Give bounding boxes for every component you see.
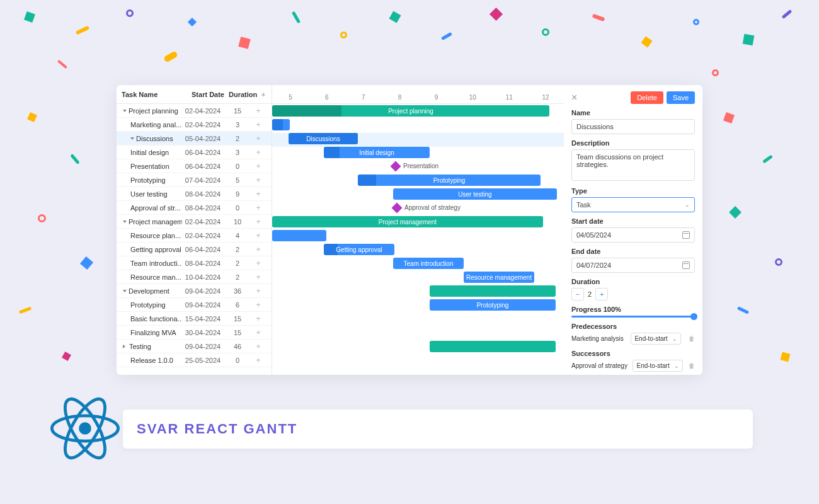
progress-slider[interactable] [571,316,695,318]
task-row[interactable]: Project management02-04-202410+ [117,215,272,229]
timeline-header: 56789101112 [272,85,564,104]
task-date-cell: 02-04-2024 [182,121,224,129]
task-date-cell: 08-04-2024 [182,204,224,212]
add-subtask-button[interactable]: + [251,120,265,129]
task-dur-cell: 4 [224,232,251,239]
task-bar[interactable]: Prototyping [430,299,556,311]
add-subtask-button[interactable]: + [251,300,265,309]
task-row[interactable]: Team introducti...08-04-20242+ [117,256,272,270]
add-subtask-button[interactable]: + [251,341,265,351]
task-bar[interactable]: Team introduction [393,258,464,269]
caret-right-icon [123,345,127,348]
task-bar[interactable]: Discussions [289,133,358,144]
task-date-cell: 06-04-2024 [182,246,224,253]
task-name-cell: Testing [117,343,182,350]
add-subtask-button[interactable]: + [251,217,265,226]
add-subtask-button[interactable]: + [251,258,265,268]
grid-header: Task Name Start Date Duration + [117,85,272,104]
duration-minus[interactable]: − [571,288,584,301]
task-name-cell: Marketing anal... [117,121,182,129]
edit-panel: × Delete Save Name Description Team disc… [564,85,702,375]
add-subtask-button[interactable]: + [251,189,265,198]
add-subtask-button[interactable]: + [251,134,265,143]
milestone[interactable] [391,161,401,172]
task-row[interactable]: Project planning02-04-202415+ [117,104,272,118]
caret-down-icon [123,220,127,223]
task-bar[interactable]: Project planning [272,105,549,117]
task-dur-cell: 6 [224,301,251,309]
start-date-input[interactable]: 04/05/2024 [571,227,695,243]
task-row[interactable]: Finalizing MVA30-04-202415+ [117,326,272,340]
task-row[interactable]: Getting approval06-04-20242+ [117,243,272,256]
caret-down-icon [123,110,127,112]
predecessor-type-select[interactable]: End-to-start⌄ [631,333,681,345]
save-button[interactable]: Save [667,91,695,104]
description-input[interactable]: Team discussions on project strategies. [571,149,695,181]
add-subtask-button[interactable]: + [251,244,265,254]
trash-icon[interactable]: 🗑 [689,335,695,342]
type-select[interactable]: Task ⌄ [571,197,695,212]
add-subtask-button[interactable]: + [251,328,265,337]
task-row[interactable]: Testing09-04-202446+ [117,340,272,353]
task-name-cell: Basic functiona... [117,315,182,323]
task-row[interactable]: Presentation06-04-20240+ [117,159,272,173]
add-subtask-button[interactable]: + [251,231,265,240]
gantt-app: Task Name Start Date Duration + Project … [117,85,702,375]
delete-button[interactable]: Delete [631,91,663,104]
add-subtask-button[interactable]: + [251,106,265,115]
successor-type-select[interactable]: End-to-start⌄ [633,360,683,372]
add-subtask-button[interactable]: + [251,147,265,157]
predecessor-name: Marketing analysis [571,335,624,342]
task-bar[interactable]: Initial design [324,147,430,158]
task-row[interactable]: Resource man...10-04-20242+ [117,270,272,284]
gantt-chart[interactable]: 56789101112 Project planningDiscussionsI… [272,85,564,375]
task-date-cell: 02-04-2024 [182,218,224,226]
task-row[interactable]: Release 1.0.025-05-20240+ [117,353,272,367]
milestone-label: Approval of strategy [404,204,461,211]
task-bar[interactable] [430,341,556,352]
task-name-cell: Release 1.0.0 [117,357,182,364]
duration-plus[interactable]: + [595,288,608,301]
milestone-label: Presentation [403,163,438,169]
task-row[interactable]: Approval of str...08-04-20240+ [117,201,272,215]
task-bar[interactable]: Getting approval [324,244,394,255]
task-row[interactable]: Prototyping09-04-20246+ [117,298,272,312]
successors-label: Successors [571,350,695,357]
add-subtask-button[interactable]: + [251,203,265,212]
day-column: 8 [382,94,418,103]
task-bar[interactable]: Prototyping [358,175,541,186]
add-subtask-button[interactable]: + [251,355,265,365]
trash-icon[interactable]: 🗑 [689,362,695,369]
day-column: 11 [491,94,527,103]
add-subtask-button[interactable]: + [251,286,265,295]
end-date-input[interactable]: 04/07/2024 [571,258,695,273]
task-bar[interactable] [272,230,326,241]
add-subtask-button[interactable]: + [251,272,265,282]
start-date-label: Start date [571,217,695,225]
task-date-cell: 02-04-2024 [182,107,224,115]
name-input[interactable] [571,119,695,134]
task-name-cell: Resource plan... [117,232,182,239]
task-row[interactable]: Development09-04-202436+ [117,284,272,298]
task-bar[interactable]: Project management [272,216,543,227]
day-column: 12 [527,94,564,103]
add-subtask-button[interactable]: + [251,314,265,323]
task-row[interactable]: Discussions05-04-20242+ [117,132,272,146]
close-icon[interactable]: × [571,93,577,103]
task-row[interactable]: Marketing anal...02-04-20243+ [117,118,272,132]
add-task-header[interactable]: + [256,91,270,98]
add-subtask-button[interactable]: + [251,161,265,171]
task-bar[interactable] [430,285,556,297]
task-row[interactable]: Initial design06-04-20243+ [117,146,272,159]
milestone[interactable] [392,203,403,214]
task-bar[interactable]: Resource management [464,272,534,283]
col-start-date: Start Date [187,91,229,98]
task-row[interactable]: Basic functiona...15-04-202415+ [117,312,272,326]
task-date-cell: 06-04-2024 [182,149,224,156]
task-bar[interactable] [272,119,290,130]
task-row[interactable]: User testing08-04-20249+ [117,187,272,201]
add-subtask-button[interactable]: + [251,175,265,185]
task-bar[interactable]: User testing [393,188,557,200]
task-row[interactable]: Resource plan...02-04-20244+ [117,229,272,243]
task-row[interactable]: Prototyping07-04-20245+ [117,173,272,187]
